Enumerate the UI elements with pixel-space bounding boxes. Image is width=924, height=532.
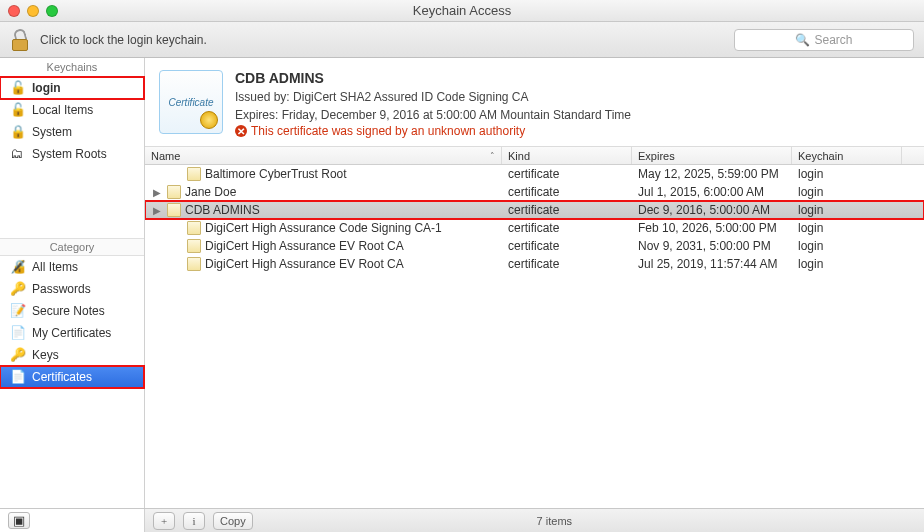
cell-kind: certificate xyxy=(502,221,632,235)
row-name: DigiCert High Assurance Code Signing CA-… xyxy=(205,221,442,235)
table-row[interactable]: DigiCert High Assurance Code Signing CA-… xyxy=(145,219,924,237)
certificate-icon xyxy=(187,167,201,181)
cell-expires: May 12, 2025, 5:59:00 PM xyxy=(632,167,792,181)
column-kind[interactable]: Kind xyxy=(502,147,632,164)
titlebar: Keychain Access xyxy=(0,0,924,22)
table-row[interactable]: Baltimore CyberTrust RootcertificateMay … xyxy=(145,165,924,183)
table-body: Baltimore CyberTrust RootcertificateMay … xyxy=(145,165,924,508)
sidebar-footer: ▣ xyxy=(0,509,145,532)
table-row[interactable]: ▶CDB ADMINScertificateDec 9, 2016, 5:00:… xyxy=(145,201,924,219)
keychain-item-login[interactable]: 🔓 login xyxy=(0,77,144,99)
table-row[interactable]: DigiCert High Assurance EV Root CAcertif… xyxy=(145,237,924,255)
cell-expires: Feb 10, 2026, 5:00:00 PM xyxy=(632,221,792,235)
row-name: CDB ADMINS xyxy=(185,203,260,217)
certificate-icon xyxy=(167,203,181,217)
search-input[interactable]: 🔍 Search xyxy=(734,29,914,51)
certificate-icon xyxy=(187,239,201,253)
cell-keychain: login xyxy=(792,257,902,271)
window-title: Keychain Access xyxy=(0,3,924,18)
certificate-warning: ✕ This certificate was signed by an unkn… xyxy=(235,124,910,138)
item-count: 7 items xyxy=(261,515,848,527)
keychain-item-local-items[interactable]: 🔓 Local Items xyxy=(0,99,144,121)
keychains-header: Keychains xyxy=(0,58,144,77)
category-label: All Items xyxy=(32,260,78,274)
disclosure-triangle-icon[interactable]: ▶ xyxy=(151,205,163,216)
folder-icon: 🗂 xyxy=(10,146,26,162)
sidebar: Keychains 🔓 login 🔓 Local Items 🔒 System… xyxy=(0,58,145,508)
lock-keychain-label: Click to lock the login keychain. xyxy=(40,33,207,47)
category-secure-notes[interactable]: 📝 Secure Notes xyxy=(0,300,144,322)
certificate-expires: Expires: Friday, December 9, 2016 at 5:0… xyxy=(235,106,910,124)
search-placeholder: Search xyxy=(814,33,852,47)
certificate-icon xyxy=(167,185,181,199)
keychain-label: System Roots xyxy=(32,147,107,161)
notes-icon: 📝 xyxy=(10,303,26,319)
row-name: DigiCert High Assurance EV Root CA xyxy=(205,257,404,271)
category-label: Certificates xyxy=(32,370,92,384)
cell-keychain: login xyxy=(792,185,902,199)
table-row[interactable]: DigiCert High Assurance EV Root CAcertif… xyxy=(145,255,924,273)
disclosure-triangle-icon[interactable]: ▶ xyxy=(151,187,163,198)
category-keys[interactable]: 🔑 Keys xyxy=(0,344,144,366)
passwords-icon: 🔑 xyxy=(10,281,26,297)
lock-keychain-icon[interactable] xyxy=(10,29,30,51)
keychain-label: Local Items xyxy=(32,103,93,117)
cell-expires: Dec 9, 2016, 5:00:00 AM xyxy=(632,203,792,217)
keychain-label: System xyxy=(32,125,72,139)
certificate-detail: Certificate CDB ADMINS Issued by: DigiCe… xyxy=(145,58,924,147)
add-button[interactable]: + xyxy=(153,512,175,530)
toolbar: Click to lock the login keychain. 🔍 Sear… xyxy=(0,22,924,58)
cell-name: DigiCert High Assurance Code Signing CA-… xyxy=(145,221,502,235)
certificate-name: CDB ADMINS xyxy=(235,70,910,86)
cell-name: ▶Jane Doe xyxy=(145,185,502,199)
cell-keychain: login xyxy=(792,239,902,253)
cell-kind: certificate xyxy=(502,167,632,181)
certificate-issued-by: Issued by: DigiCert SHA2 Assured ID Code… xyxy=(235,88,910,106)
category-all-items[interactable]: 🔏 All Items xyxy=(0,256,144,278)
copy-button[interactable]: Copy xyxy=(213,512,253,530)
category-passwords[interactable]: 🔑 Passwords xyxy=(0,278,144,300)
cell-expires: Jul 1, 2015, 6:00:00 AM xyxy=(632,185,792,199)
table-header: Name ˄ Kind Expires Keychain xyxy=(145,147,924,165)
category-my-certificates[interactable]: 📄 My Certificates xyxy=(0,322,144,344)
certificate-badge-text: Certificate xyxy=(168,97,213,108)
keys-icon: 🔑 xyxy=(10,347,26,363)
main-pane: Certificate CDB ADMINS Issued by: DigiCe… xyxy=(145,58,924,508)
cell-kind: certificate xyxy=(502,203,632,217)
keychain-label: login xyxy=(32,81,61,95)
table-row[interactable]: ▶Jane DoecertificateJul 1, 2015, 6:00:00… xyxy=(145,183,924,201)
category-header: Category xyxy=(0,238,144,256)
search-icon: 🔍 xyxy=(795,33,810,47)
cell-kind: certificate xyxy=(502,185,632,199)
cell-expires: Jul 25, 2019, 11:57:44 AM xyxy=(632,257,792,271)
keychain-item-system[interactable]: 🔒 System xyxy=(0,121,144,143)
column-keychain[interactable]: Keychain xyxy=(792,147,902,164)
certificate-badge-icon: Certificate xyxy=(159,70,223,134)
view-mode-icon[interactable]: ▣ xyxy=(8,512,30,529)
column-name[interactable]: Name ˄ xyxy=(145,147,502,164)
certificates-icon: 📄 xyxy=(10,369,26,385)
certificate-icon xyxy=(187,257,201,271)
cell-name: Baltimore CyberTrust Root xyxy=(145,167,502,181)
certificate-warning-text: This certificate was signed by an unknow… xyxy=(251,124,525,138)
keychain-item-system-roots[interactable]: 🗂 System Roots xyxy=(0,143,144,165)
unlocked-icon: 🔓 xyxy=(10,80,26,96)
column-expires[interactable]: Expires xyxy=(632,147,792,164)
category-certificates[interactable]: 📄 Certificates xyxy=(0,366,144,388)
category-label: Secure Notes xyxy=(32,304,105,318)
row-name: Jane Doe xyxy=(185,185,236,199)
seal-icon xyxy=(200,111,218,129)
cell-name: ▶CDB ADMINS xyxy=(145,203,502,217)
info-button[interactable]: i xyxy=(183,512,205,530)
cell-keychain: login xyxy=(792,221,902,235)
unlocked-icon: 🔓 xyxy=(10,102,26,118)
cell-name: DigiCert High Assurance EV Root CA xyxy=(145,239,502,253)
cell-keychain: login xyxy=(792,203,902,217)
my-certificates-icon: 📄 xyxy=(10,325,26,341)
cell-kind: certificate xyxy=(502,257,632,271)
sort-ascending-icon: ˄ xyxy=(490,151,495,161)
certificate-icon xyxy=(187,221,201,235)
category-label: Passwords xyxy=(32,282,91,296)
locked-icon: 🔒 xyxy=(10,124,26,140)
row-name: Baltimore CyberTrust Root xyxy=(205,167,347,181)
